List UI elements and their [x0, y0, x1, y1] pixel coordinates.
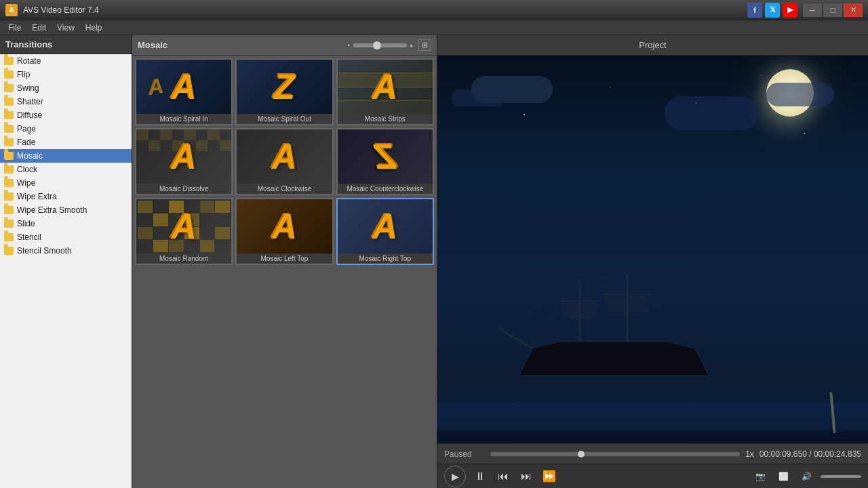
- screenshot-button[interactable]: 📷: [751, 468, 769, 485]
- letter-a-random: A: [171, 209, 197, 244]
- mosaic-cell-spiral-in[interactable]: A A Mosaic Spiral In: [135, 58, 233, 125]
- play-button[interactable]: ▶: [444, 466, 466, 487]
- project-header: Project: [437, 35, 868, 56]
- transition-item-diffuse[interactable]: Diffuse: [0, 108, 132, 122]
- transition-item-clock[interactable]: Clock: [0, 163, 132, 176]
- folder-icon: [4, 165, 14, 174]
- mosaic-panel-title: Mosaic: [138, 40, 342, 50]
- size-slider[interactable]: [353, 43, 407, 47]
- mosaic-cell-right-top[interactable]: A Mosaic Right Top: [336, 198, 434, 265]
- transition-item-wipe-extra-smooth[interactable]: Wipe Extra Smooth: [0, 203, 132, 217]
- transition-item-swing[interactable]: Swing: [0, 81, 132, 95]
- close-button[interactable]: ✕: [844, 3, 863, 17]
- transition-item-stencil[interactable]: Stencil: [0, 230, 132, 244]
- folder-icon: [4, 192, 14, 201]
- letter-icon: A: [146, 75, 165, 99]
- mosaic-thumb-counter: Z: [338, 129, 433, 184]
- app-icon: A: [5, 4, 18, 16]
- volume-button[interactable]: 🔊: [797, 468, 815, 485]
- mosaic-label-counter: Mosaic Counterclockwise: [338, 184, 433, 194]
- crop-button[interactable]: ⬜: [774, 468, 792, 485]
- mosaic-grid-inner: A A Mosaic Spiral In Z Mosaic Spiral Out: [135, 58, 434, 265]
- pause-button[interactable]: ⏸: [471, 468, 489, 485]
- mosaic-panel: Mosaic ▪ ▪ ⊞ A A Mosaic Spiral In: [132, 35, 437, 488]
- ship-svg: [478, 267, 749, 403]
- letter-z-counter: Z: [374, 139, 396, 174]
- facebook-icon[interactable]: f: [747, 3, 762, 18]
- folder-icon: [4, 125, 14, 133]
- letter-a-dissolve: A: [171, 139, 197, 174]
- letter-a-clock: A: [272, 139, 298, 174]
- size-slider-area: ▪ ▪: [347, 40, 413, 51]
- slider-thumb: [373, 41, 381, 49]
- menu-file[interactable]: File: [3, 22, 26, 34]
- transition-item-page[interactable]: Page: [0, 122, 132, 136]
- menu-help[interactable]: Help: [80, 22, 108, 34]
- mosaic-label-right-top: Mosaic Right Top: [338, 253, 433, 264]
- mosaic-label-random: Mosaic Random: [136, 253, 231, 264]
- youtube-icon[interactable]: ▶: [783, 3, 797, 18]
- mosaic-header: Mosaic ▪ ▪ ⊞: [132, 35, 437, 56]
- transition-item-stencil-smooth[interactable]: Stencil Smooth: [0, 244, 132, 258]
- skip-forward-button[interactable]: ⏭: [517, 468, 535, 485]
- folder-icon: [4, 179, 14, 187]
- mosaic-thumb-random: A: [136, 199, 231, 253]
- svg-line-7: [580, 274, 627, 281]
- folder-icon: [4, 247, 14, 255]
- letter-z-icon: Z: [274, 69, 296, 104]
- mosaic-label-left-top: Mosaic Left Top: [237, 253, 332, 264]
- playback-status: Paused: [444, 449, 485, 459]
- app-title: AVS Video Editor 7.4: [23, 5, 747, 15]
- transition-item-rotate[interactable]: Rotate: [0, 54, 132, 68]
- mosaic-thumb-strips: A: [338, 60, 433, 114]
- folder-icon: [4, 111, 14, 119]
- mosaic-thumb-clock: A: [237, 129, 332, 184]
- mosaic-cell-clockwise[interactable]: A Mosaic Clockwise: [235, 128, 333, 195]
- folder-icon: [4, 138, 14, 146]
- transition-item-wipe[interactable]: Wipe: [0, 176, 132, 190]
- mosaic-grid[interactable]: A A Mosaic Spiral In Z Mosaic Spiral Out: [132, 56, 437, 488]
- skip-back-button[interactable]: ⏮: [494, 468, 512, 485]
- preview-image: [437, 56, 868, 443]
- mosaic-cell-counter[interactable]: Z Mosaic Counterclockwise: [336, 128, 434, 195]
- transition-item-fade[interactable]: Fade: [0, 136, 132, 149]
- transport-bar: ▶ ⏸ ⏮ ⏭ ⏩ 📷 ⬜ 🔊: [437, 464, 868, 488]
- minimize-button[interactable]: ─: [803, 3, 822, 17]
- folder-icon: [4, 206, 14, 214]
- mosaic-cell-strips[interactable]: A Mosaic Strips: [336, 58, 434, 125]
- mosaic-label-strips: Mosaic Strips: [338, 114, 433, 124]
- slider-min-icon: ▪: [347, 41, 350, 49]
- window-controls: ─ □ ✕: [803, 3, 863, 17]
- mosaic-cell-random[interactable]: A Mosaic Random: [135, 198, 233, 265]
- mosaic-label-spiral-in: Mosaic Spiral In: [136, 114, 231, 124]
- transition-item-slide[interactable]: Slide: [0, 217, 132, 230]
- folder-icon: [4, 220, 14, 228]
- time-slider-thumb: [578, 451, 585, 458]
- transport-right: 📷 ⬜ 🔊: [751, 468, 861, 485]
- mosaic-cell-spiral-out[interactable]: Z Mosaic Spiral Out: [235, 58, 333, 125]
- transition-item-mosaic[interactable]: Mosaic: [0, 149, 132, 163]
- maximize-button[interactable]: □: [823, 3, 842, 17]
- folder-icon: [4, 57, 14, 65]
- menu-edit[interactable]: Edit: [26, 22, 52, 34]
- mosaic-cell-dissolve[interactable]: A Mosaic Dissolve: [135, 128, 233, 195]
- grid-view-button[interactable]: ⊞: [418, 39, 431, 51]
- preview-panel: Project: [437, 35, 868, 488]
- letter-a-lefttop: A: [272, 209, 298, 244]
- transitions-panel: Transitions Rotate Flip Swing Shatter Di…: [0, 35, 132, 488]
- mosaic-cell-left-top[interactable]: A Mosaic Left Top: [235, 198, 333, 265]
- transition-item-wipe-extra[interactable]: Wipe Extra: [0, 190, 132, 203]
- project-title: Project: [639, 40, 666, 50]
- letter-icon-main: A: [171, 69, 197, 104]
- folder-icon: [4, 152, 14, 160]
- volume-slider[interactable]: [821, 475, 861, 478]
- main-layout: Transitions Rotate Flip Swing Shatter Di…: [0, 35, 868, 488]
- twitter-icon[interactable]: 𝕏: [765, 3, 780, 18]
- transitions-list[interactable]: Rotate Flip Swing Shatter Diffuse Page F…: [0, 54, 132, 488]
- time-slider[interactable]: [490, 452, 740, 456]
- fast-forward-button[interactable]: ⏩: [540, 468, 558, 485]
- transition-item-shatter[interactable]: Shatter: [0, 95, 132, 108]
- transition-item-flip[interactable]: Flip: [0, 68, 132, 81]
- letter-a-righttop: A: [372, 209, 398, 244]
- menu-view[interactable]: View: [52, 22, 80, 34]
